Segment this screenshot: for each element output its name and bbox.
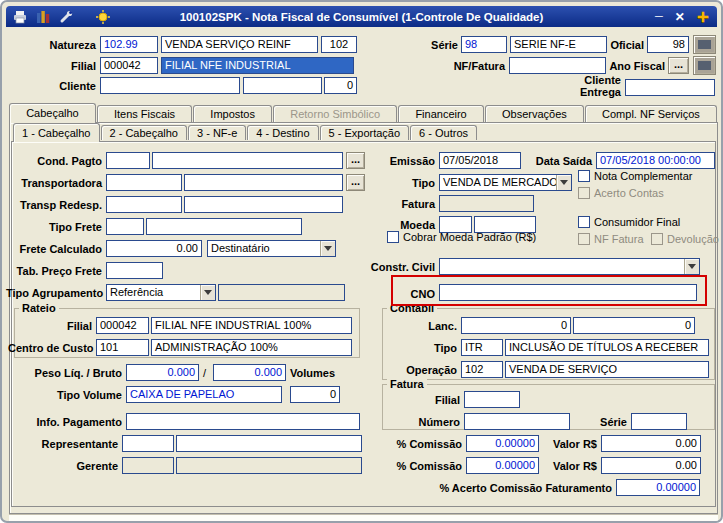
cno-label: CNO — [398, 288, 435, 300]
natureza-desc-field[interactable]: VENDA SERVIÇO REINF — [161, 36, 318, 53]
transp-redesp-desc-field[interactable] — [184, 196, 343, 213]
contabil-tipo-code-field[interactable]: ITR — [461, 339, 503, 356]
tipo-frete-code-field[interactable] — [106, 218, 144, 235]
cliente-entrega-field[interactable] — [625, 79, 715, 96]
tab-impostos[interactable]: Impostos — [193, 105, 272, 122]
tab-observacoes[interactable]: Observações — [485, 105, 584, 122]
comissao-rep-label: % Comissão — [396, 438, 462, 450]
transportadora-browse-button[interactable]: ... — [346, 174, 365, 191]
peso-separator: / — [203, 367, 211, 379]
ano-fiscal-browse-button[interactable]: ... — [668, 57, 689, 74]
tipo-volume-field[interactable]: CAIXA DE PAPELAO — [126, 386, 282, 403]
checkbox-box — [578, 216, 590, 228]
frete-calculado-field[interactable]: 0.00 — [106, 240, 202, 257]
ano-fiscal-side-button[interactable] — [693, 56, 716, 75]
close-button[interactable]: ✕ — [675, 11, 685, 23]
operacao-code-field[interactable]: 102 — [461, 361, 503, 378]
cliente-num-field[interactable]: 0 — [324, 77, 357, 94]
minimize-button[interactable]: ─ — [655, 11, 663, 22]
checkbox-box — [387, 231, 399, 243]
cliente-loja-field[interactable] — [243, 77, 322, 94]
subtab-3-nfe[interactable]: 3 - NF-e — [188, 125, 246, 140]
app-window: 100102SPK - Nota Fiscal de Consumível (1… — [0, 0, 723, 523]
valor-rep-field[interactable]: 0.00 — [601, 435, 701, 452]
chevron-down-icon[interactable] — [320, 241, 335, 256]
subtab-4-destino[interactable]: 4 - Destino — [247, 125, 318, 140]
peso-label: Peso Líq. / Bruto — [20, 367, 122, 379]
comissao-ger-field[interactable]: 0.00000 — [466, 457, 539, 474]
cobrar-moeda-padrao-checkbox[interactable]: Cobrar Moeda Padrão (R$) — [387, 231, 536, 243]
fatura-field — [439, 195, 534, 212]
cond-pagto-desc-field[interactable] — [152, 152, 343, 169]
centro-custo-code-field[interactable]: 101 — [96, 339, 149, 356]
tab-compl-nf-servicos[interactable]: Compl. NF Serviços — [585, 105, 717, 122]
print-icon[interactable] — [13, 10, 27, 24]
chevron-down-icon[interactable] — [684, 259, 699, 274]
filial-code-field[interactable]: 000042 — [100, 57, 158, 74]
wrench-icon[interactable] — [59, 10, 73, 24]
tab-preco-frete-field[interactable] — [106, 262, 163, 279]
serie-desc-field[interactable]: SERIE NF-E — [510, 36, 607, 53]
info-pagamento-field[interactable] — [126, 413, 360, 430]
checkbox-label: Devolução — [667, 233, 719, 245]
chevron-down-icon[interactable] — [556, 175, 571, 190]
filial-desc-field[interactable]: FILIAL NFE INDUSTRIAL — [161, 57, 354, 74]
emissao-label: Emissão — [378, 155, 435, 167]
lanc-field-2[interactable]: 0 — [573, 317, 695, 334]
natureza-cfop-field[interactable]: 102 — [321, 36, 357, 53]
contabil-tipo-desc-field[interactable]: INCLUSÃO DE TÍTULOS A RECEBER — [505, 339, 709, 356]
fatura-label: Fatura — [378, 198, 435, 210]
window-title: 100102SPK - Nota Fiscal de Consumível (1… — [6, 11, 717, 23]
subtab-2-cabecalho[interactable]: 2 - Cabeçalho — [101, 125, 188, 140]
subtab-6-outros[interactable]: 6 - Outros — [410, 125, 477, 140]
cond-pagto-browse-button[interactable]: ... — [346, 152, 365, 169]
nf-fatura-field[interactable] — [509, 57, 606, 74]
emissao-field[interactable]: 07/05/2018 — [439, 152, 521, 169]
new-record-button[interactable]: + — [697, 6, 709, 27]
consumidor-final-checkbox[interactable]: Consumidor Final — [578, 216, 680, 228]
representante-desc-field[interactable] — [176, 435, 362, 452]
tab-cabecalho[interactable]: Cabeçalho — [9, 103, 96, 123]
representante-code-field[interactable] — [122, 435, 174, 452]
fatura-numero-field[interactable] — [464, 413, 570, 430]
chevron-down-icon[interactable] — [200, 285, 215, 300]
serie-code-field[interactable]: 98 — [461, 36, 507, 53]
fatura-serie-label: Série — [585, 416, 627, 428]
tipo-agrupamento-select[interactable]: Referência — [106, 284, 216, 301]
peso-bruto-field[interactable]: 0.000 — [213, 364, 286, 381]
subtab-1-cabecalho[interactable]: 1 - Cabeçalho — [13, 123, 100, 142]
acerto-comissao-field[interactable]: 0.00000 — [616, 479, 700, 496]
transp-redesp-code-field[interactable] — [106, 196, 182, 213]
cno-field[interactable] — [439, 284, 697, 301]
fatura-serie-field[interactable] — [631, 413, 687, 430]
modules-icon[interactable] — [36, 10, 50, 24]
natureza-code-field[interactable]: 102.99 — [100, 36, 158, 53]
constr-civil-select[interactable] — [439, 258, 700, 275]
fatura-filial-field[interactable] — [464, 391, 520, 408]
rateio-filial-code-field[interactable]: 000042 — [96, 317, 149, 334]
tab-itens-fiscais[interactable]: Itens Fiscais — [97, 105, 192, 122]
lightbulb-icon[interactable] — [96, 10, 110, 24]
data-saida-field[interactable]: 07/05/2018 00:00:00 — [596, 152, 715, 169]
transportadora-code-field[interactable] — [106, 174, 182, 191]
tab-financeiro[interactable]: Financeiro — [398, 105, 484, 122]
cliente-code-field[interactable] — [100, 77, 240, 94]
volumes-field[interactable]: 0 — [290, 386, 340, 403]
cond-pagto-code-field[interactable] — [106, 152, 150, 169]
frete-pagador-select[interactable]: Destinatário — [207, 240, 336, 257]
operacao-desc-field[interactable]: VENDA DE SERVIÇO — [505, 361, 709, 378]
valor-ger-field[interactable]: 0.00 — [601, 457, 701, 474]
tipo-frete-desc-field[interactable] — [146, 218, 302, 235]
titlebar: 100102SPK - Nota Fiscal de Consumível (1… — [6, 6, 717, 27]
tipo-nota-select[interactable]: VENDA DE MERCADORI — [439, 174, 572, 191]
oficial-side-button[interactable] — [693, 35, 716, 54]
lanc-field-1[interactable]: 0 — [461, 317, 571, 334]
transportadora-desc-field[interactable] — [184, 174, 343, 191]
oficial-field[interactable]: 98 — [647, 36, 689, 53]
subtab-5-exportacao[interactable]: 5 - Exportação — [320, 125, 410, 140]
comissao-rep-field[interactable]: 0.00000 — [466, 435, 539, 452]
rateio-filial-desc-field[interactable]: FILIAL NFE INDUSTRIAL 100% — [151, 317, 352, 334]
centro-custo-desc-field[interactable]: ADMINISTRAÇÃO 100% — [151, 339, 352, 356]
peso-liquido-field[interactable]: 0.000 — [126, 364, 199, 381]
nota-complementar-checkbox[interactable]: Nota Complementar — [578, 170, 692, 182]
